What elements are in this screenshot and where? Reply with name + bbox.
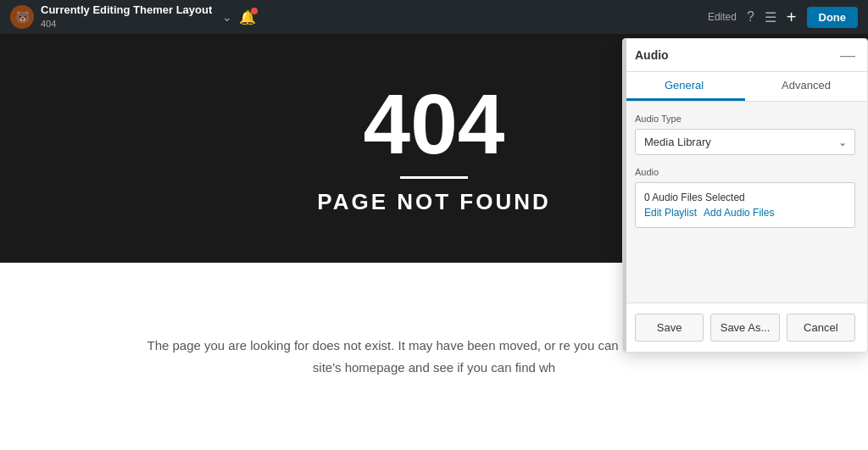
save-as-button[interactable]: Save As... — [710, 314, 779, 342]
notification-dot — [251, 8, 258, 14]
canvas: 404 PAGE NOT FOUND The page you are look… — [0, 34, 868, 450]
error-number: 404 — [364, 81, 505, 166]
cancel-button[interactable]: Cancel — [787, 314, 855, 342]
layout-name: 404 — [41, 18, 212, 30]
not-found-heading: PAGE NOT FOUND — [317, 189, 551, 215]
panel-title: Audio — [635, 48, 669, 62]
topbar-right: Edited ? ☰ + Done — [708, 7, 858, 28]
notifications-bell[interactable]: 🔔 — [239, 9, 256, 25]
panel-footer: Save Save As... Cancel — [623, 303, 867, 352]
audio-type-label: Audio Type — [635, 114, 855, 124]
done-button[interactable]: Done — [807, 7, 859, 28]
panel-tabs: General Advanced — [623, 72, 867, 102]
topbar-title: Currently Editing Themer Layout 404 — [41, 3, 212, 30]
audio-type-select-wrapper: Media Library ⌄ — [635, 129, 855, 155]
list-icon[interactable]: ☰ — [765, 9, 776, 25]
tab-advanced[interactable]: Advanced — [745, 72, 867, 101]
audio-files-count: 0 Audio Files Selected — [644, 192, 846, 203]
audio-type-select[interactable]: Media Library — [635, 129, 855, 155]
panel-minimize-icon[interactable]: — — [840, 47, 855, 63]
editing-label: Currently Editing Themer Layout — [41, 3, 212, 18]
audio-panel: Audio — General Advanced Audio Type Medi… — [622, 38, 868, 353]
tab-general[interactable]: General — [623, 72, 745, 101]
beaver-logo: 🐻 — [10, 5, 34, 29]
panel-header: Audio — — [623, 39, 867, 72]
panel-drag-handle[interactable] — [623, 39, 626, 352]
audio-files-box: 0 Audio Files Selected Edit Playlist Add… — [635, 182, 855, 228]
topbar-chevron-icon[interactable]: ⌄ — [222, 10, 232, 24]
audio-label: Audio — [635, 167, 855, 177]
help-icon[interactable]: ? — [747, 9, 754, 25]
audio-files-links: Edit Playlist Add Audio Files — [644, 207, 846, 219]
edited-label: Edited — [708, 11, 737, 23]
topbar: 🐻 Currently Editing Themer Layout 404 ⌄ … — [0, 0, 868, 34]
save-button[interactable]: Save — [635, 314, 704, 342]
add-icon[interactable]: + — [787, 8, 797, 27]
panel-spacer — [635, 240, 855, 291]
edit-playlist-link[interactable]: Edit Playlist — [644, 207, 697, 219]
add-audio-link[interactable]: Add Audio Files — [704, 207, 774, 219]
divider — [400, 176, 468, 179]
topbar-left: 🐻 Currently Editing Themer Layout 404 ⌄ … — [10, 3, 256, 30]
panel-body: Audio Type Media Library ⌄ Audio 0 Audio… — [623, 102, 867, 303]
